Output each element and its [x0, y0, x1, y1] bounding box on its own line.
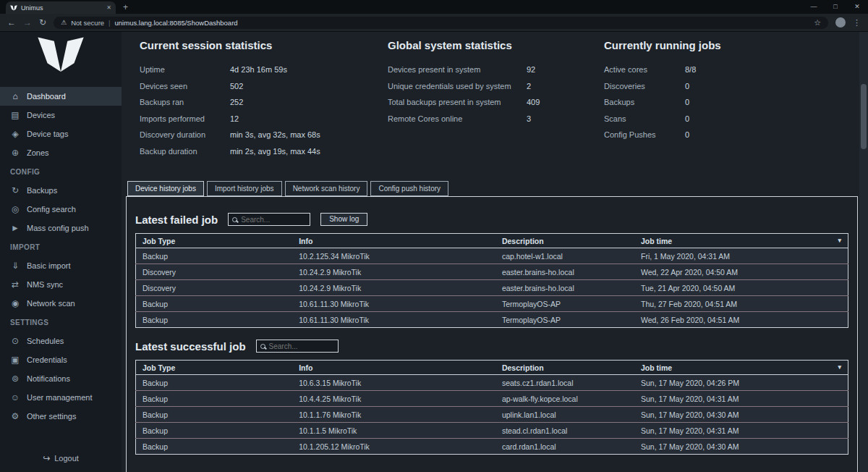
stat-value: 3	[527, 111, 531, 127]
back-icon[interactable]: ←	[7, 17, 16, 28]
address-bar[interactable]: ⚠ Not secure | unimus.lang.local:8085/Sh…	[54, 17, 828, 29]
profile-avatar[interactable]	[835, 17, 846, 28]
close-button[interactable]: ✕	[846, 0, 868, 14]
not-secure-warning-icon[interactable]: ⚠	[61, 19, 67, 26]
sidebar-item-icon: ◎	[10, 204, 20, 214]
column-job-type[interactable]: Job Type	[136, 361, 293, 375]
sidebar-item[interactable]: IMPORT	[0, 237, 122, 256]
column-description[interactable]: Description	[495, 234, 634, 248]
successful-jobs-table: Job Type Info Description Job time▾ Back…	[135, 360, 848, 455]
sidebar-item-icon: ◈	[10, 129, 20, 139]
sidebar-item[interactable]: ▤ Devices	[0, 106, 122, 125]
column-description[interactable]: Description	[495, 361, 634, 375]
sidebar-item-label: User management	[27, 393, 93, 402]
section-title: Current session statistics	[140, 39, 378, 51]
new-tab-button[interactable]: +	[123, 2, 128, 12]
history-panel: Latest failed job Show log Job Type Info…	[126, 196, 858, 472]
minimize-button[interactable]: —	[803, 0, 825, 14]
stat-row: Backups 0	[604, 94, 785, 111]
sidebar-item[interactable]: ⊕ Zones	[0, 143, 122, 162]
table-row[interactable]: Backup 10.6.3.15 MikroTik seats.cz1.rdan…	[136, 375, 848, 391]
sidebar-item[interactable]: ⊙ Schedules	[0, 332, 122, 350]
successful-search-input[interactable]	[269, 342, 327, 350]
column-job-time[interactable]: Job time▾	[634, 234, 848, 248]
table-row[interactable]: Discovery 10.24.2.9 MikroTik easter.brai…	[136, 264, 848, 280]
failed-search-box[interactable]	[228, 213, 310, 226]
stat-row: Active cores 8/8	[604, 62, 785, 78]
stat-value: 92	[527, 62, 535, 78]
history-tabs: Device history jobs Import history jobs …	[127, 181, 448, 196]
sidebar-item-label: IMPORT	[10, 243, 40, 251]
stat-label: Devices present in system	[388, 62, 527, 78]
stat-label: Devices seen	[140, 78, 230, 95]
sidebar-item-label: Schedules	[27, 337, 64, 345]
table-row[interactable]: Backup 10.1.1.76 MikroTik uplink.lan1.lo…	[136, 407, 848, 423]
cell-job-time: Thu, 27 Feb 2020, 04:51 AM	[634, 296, 848, 312]
table-row[interactable]: Backup 10.1.205.12 MikroTik card.rdan1.l…	[136, 439, 848, 455]
stat-label: Discoveries	[604, 78, 685, 95]
browser-tab[interactable]: Unimus ✕	[6, 1, 116, 14]
history-tab[interactable]: Import history jobs	[207, 181, 282, 196]
sidebar-item[interactable]: CONFIG	[0, 162, 122, 181]
sort-descending-icon[interactable]: ▾	[838, 363, 841, 371]
sidebar-item-icon: ⇓	[10, 261, 20, 271]
history-tab[interactable]: Config push history	[370, 181, 448, 196]
failed-search-input[interactable]	[241, 216, 299, 224]
table-row[interactable]: Backup 10.1.1.5 MikroTik stead.cl.rdan1.…	[136, 423, 848, 439]
sidebar-item-label: Zones	[27, 148, 49, 157]
cell-job-time: Sun, 17 May 2020, 04:31 AM	[634, 391, 848, 407]
column-info[interactable]: Info	[292, 234, 495, 248]
sidebar-item[interactable]: ☺ User management	[0, 388, 122, 407]
sidebar-item[interactable]: ◈ Device tags	[0, 125, 122, 143]
table-row[interactable]: Discovery 10.24.2.9 MikroTik easter.brai…	[136, 280, 848, 296]
sidebar-item[interactable]: ◎ Config search	[0, 200, 122, 219]
failed-jobs-title: Latest failed job	[135, 214, 218, 226]
history-tab[interactable]: Device history jobs	[127, 181, 204, 196]
reload-icon[interactable]: ↻	[39, 17, 46, 28]
sidebar-item[interactable]: ⇄ NMS sync	[0, 275, 122, 294]
stat-label: Discovery duration	[140, 127, 230, 143]
browser-menu-icon[interactable]: ⋮	[853, 18, 861, 28]
column-job-type[interactable]: Job Type	[136, 234, 293, 248]
cell-description: easter.brains-ho.local	[495, 280, 634, 296]
maximize-button[interactable]: □	[825, 0, 846, 14]
sidebar-item[interactable]: ↻ Backups	[0, 181, 122, 200]
sidebar-item[interactable]: ▣ Credentials	[0, 350, 122, 369]
forward-icon[interactable]: →	[23, 17, 32, 28]
sidebar-item[interactable]: ⚙ Other settings	[0, 407, 122, 426]
history-tab[interactable]: Network scan history	[285, 181, 368, 196]
sidebar-item[interactable]: ► Mass config push	[0, 219, 122, 237]
sidebar-item[interactable]: ⊚ Notifications	[0, 369, 122, 388]
stat-value: 12	[230, 111, 239, 127]
section-title: Currently running jobs	[604, 39, 785, 51]
cell-description: uplink.lan1.local	[495, 407, 634, 423]
sort-descending-icon[interactable]: ▾	[838, 237, 841, 244]
stat-value: 0	[685, 78, 689, 95]
sidebar-item[interactable]: ⇓ Basic import	[0, 256, 122, 275]
sidebar-item[interactable]: ◉ Network scan	[0, 294, 122, 313]
successful-search-box[interactable]	[256, 340, 339, 353]
scrollbar-thumb[interactable]	[861, 84, 867, 149]
sidebar-item-label: CONFIG	[10, 168, 40, 176]
cell-job-time: Wed, 26 Feb 2020, 04:51 AM	[634, 312, 848, 328]
vertical-scrollbar[interactable]	[859, 32, 868, 472]
sidebar-item[interactable]: SETTINGS	[0, 313, 122, 332]
successful-jobs-header: Latest successful job	[135, 340, 848, 353]
sidebar-item[interactable]: ⌂ Dashboard	[0, 87, 122, 106]
table-row[interactable]: Backup 10.4.4.25 MikroTik ap-walk-fly.ko…	[136, 391, 848, 407]
logout-button[interactable]: ↪ Logout	[0, 453, 122, 463]
table-row[interactable]: Backup 10.2.125.34 MikroTik cap.hotel-w1…	[136, 248, 848, 264]
bookmark-star-icon[interactable]: ☆	[814, 18, 821, 28]
tab-close-icon[interactable]: ✕	[106, 4, 111, 11]
unimus-favicon-icon	[10, 5, 17, 11]
sidebar-item-icon: ↻	[10, 185, 20, 195]
sidebar-item-label: Basic import	[27, 261, 71, 270]
stat-label: Config Pushes	[604, 127, 685, 143]
column-job-time[interactable]: Job time▾	[634, 361, 848, 375]
session-statistics: Current session statistics Uptime 4d 23h…	[140, 39, 378, 159]
column-info[interactable]: Info	[292, 361, 495, 375]
sidebar-item-label: SETTINGS	[10, 319, 48, 326]
table-row[interactable]: Backup 10.61.11.30 MikroTik TermoplayOS-…	[136, 312, 848, 328]
show-log-button[interactable]: Show log	[320, 213, 367, 226]
table-row[interactable]: Backup 10.61.11.30 MikroTik TermoplayOS-…	[136, 296, 848, 312]
